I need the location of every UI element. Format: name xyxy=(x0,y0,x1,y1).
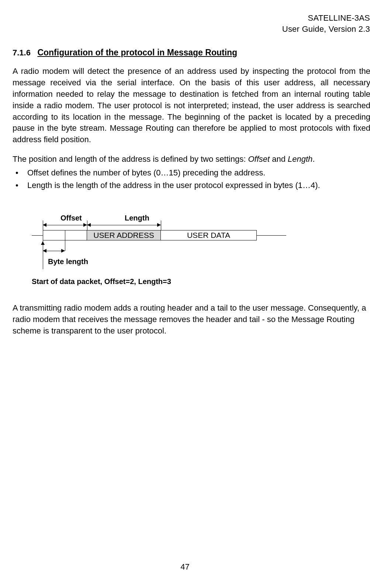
para2-length: Length xyxy=(288,154,312,164)
product-name: SATELLINE-3AS xyxy=(308,13,370,23)
page-header: SATELLINE-3AS User Guide, Version 2.3 xyxy=(13,13,370,34)
section-heading: 7.1.6 Configuration of the protocol in M… xyxy=(13,48,370,58)
arrow-left-icon xyxy=(43,223,46,227)
diagram-caption: Start of data packet, Offset=2, Length=3 xyxy=(32,277,171,286)
para2-suffix: . xyxy=(312,154,315,164)
user-data-cell: USER DATA xyxy=(161,230,257,240)
offset-label: Offset xyxy=(60,214,82,222)
dimension-line xyxy=(87,225,161,225)
guide-version: User Guide, Version 2.3 xyxy=(282,24,370,34)
para2-offset: Offset xyxy=(248,154,270,164)
packet-diagram: Offset Length USER ADDRESS USER DATA Byt… xyxy=(32,214,312,291)
trail-line xyxy=(257,230,286,236)
page-number: 47 xyxy=(0,562,370,572)
tick-line xyxy=(161,220,161,230)
arrow-left-icon xyxy=(43,249,46,253)
arrow-up-icon xyxy=(41,241,45,245)
paragraph-1: A radio modem will detect the presence o… xyxy=(13,66,370,146)
arrow-right-icon xyxy=(83,223,87,227)
dimension-line xyxy=(43,225,87,225)
tick-line xyxy=(65,240,65,251)
arrow-left-icon xyxy=(87,223,91,227)
arrow-right-icon xyxy=(61,249,65,253)
section-title: Configuration of the protocol in Message… xyxy=(37,48,237,57)
paragraph-3: A transmitting radio modem adds a routin… xyxy=(13,302,370,336)
bullet-list: Offset defines the number of bytes (0…15… xyxy=(13,167,370,192)
list-item: Length is the length of the address in t… xyxy=(13,179,370,192)
length-label: Length xyxy=(125,214,149,222)
byte-length-label: Byte length xyxy=(48,257,88,266)
paragraph-2: The position and length of the address i… xyxy=(13,154,370,165)
packet-row: USER ADDRESS USER DATA xyxy=(32,230,286,240)
para2-mid: and xyxy=(270,154,288,164)
section-number: 7.1.6 xyxy=(13,48,31,58)
offset-byte-cell xyxy=(43,230,65,240)
user-address-cell: USER ADDRESS xyxy=(87,230,161,240)
vertical-line xyxy=(43,251,43,269)
arrow-right-icon xyxy=(157,223,161,227)
lead-line xyxy=(32,230,43,236)
para2-prefix: The position and length of the address i… xyxy=(13,154,248,164)
list-item: Offset defines the number of bytes (0…15… xyxy=(13,167,370,179)
offset-byte-cell xyxy=(65,230,87,240)
